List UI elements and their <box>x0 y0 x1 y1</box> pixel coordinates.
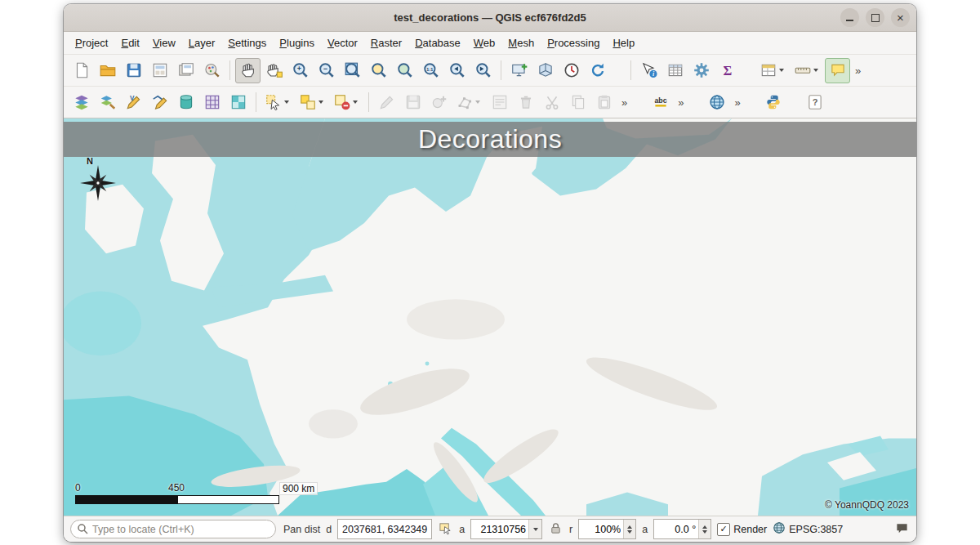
map-canvas[interactable]: Decorations N 0 450 900 km <box>64 118 916 516</box>
menu-edit[interactable]: Edit <box>114 34 145 52</box>
rotation-input[interactable] <box>654 521 698 537</box>
scale-input[interactable] <box>471 521 528 537</box>
open-attribute-table-icon <box>760 61 777 79</box>
titlebar[interactable]: test_decorations — QGIS ecf676fd2d5 <box>64 4 916 32</box>
crs-label: EPSG:3857 <box>789 524 843 535</box>
metasearch-catalog-button[interactable] <box>704 90 729 115</box>
chevron-down-icon[interactable] <box>528 520 541 538</box>
python-console-button[interactable] <box>761 90 786 115</box>
menu-help[interactable]: Help <box>606 34 641 52</box>
toolbar-overflow-chevron[interactable]: » <box>674 96 688 109</box>
extents-toggle-button[interactable] <box>438 520 453 538</box>
open-attribute-table-button[interactable] <box>756 58 790 83</box>
save-project-button[interactable] <box>121 58 146 83</box>
scale-combo[interactable] <box>470 519 542 539</box>
layer-styling-button[interactable] <box>95 90 120 115</box>
pan-map-button[interactable] <box>235 58 261 83</box>
chevron-down-icon[interactable] <box>353 101 358 104</box>
menu-settings[interactable]: Settings <box>221 34 273 52</box>
new-shapefile-layer-button[interactable] <box>147 90 172 115</box>
zoom-in-button[interactable]: + <box>287 58 313 83</box>
svg-text:+: + <box>296 65 301 73</box>
map-tips-button[interactable] <box>825 58 850 83</box>
select-features-icon <box>265 93 283 111</box>
menu-plugins[interactable]: Plugins <box>273 34 321 52</box>
new-map-view-button[interactable] <box>506 58 532 83</box>
magnifier-spin[interactable] <box>578 519 636 539</box>
zoom-last-button[interactable] <box>444 58 470 83</box>
select-features-by-value-icon <box>299 93 317 111</box>
render-toggle[interactable]: ✓ Render <box>717 523 767 536</box>
toolbar-overflow-chevron[interactable]: » <box>617 96 631 109</box>
identify-features-button[interactable]: i <box>636 58 662 83</box>
menubar: ProjectEditViewLayerSettingsPluginsVecto… <box>64 32 916 54</box>
chevron-down-icon[interactable] <box>475 101 480 104</box>
deselect-features-button[interactable] <box>330 90 363 115</box>
menu-view[interactable]: View <box>146 34 182 52</box>
chevron-down-icon[interactable] <box>813 69 818 72</box>
menu-layer[interactable]: Layer <box>182 34 222 52</box>
menu-raster[interactable]: Raster <box>364 34 408 52</box>
refresh-map-button[interactable] <box>585 58 610 83</box>
zoom-out-button[interactable]: − <box>314 58 339 83</box>
rotation-spin[interactable] <box>653 519 711 539</box>
add-feature-button <box>426 90 452 115</box>
add-feature-icon <box>430 93 448 111</box>
style-manager-button[interactable] <box>199 58 225 83</box>
spinner-arrows-icon[interactable] <box>698 520 710 538</box>
menu-vector[interactable]: Vector <box>321 34 364 52</box>
title-decoration: Decorations <box>64 122 916 157</box>
toolbar-separator <box>256 92 256 112</box>
pan-to-selection-button[interactable] <box>261 58 287 83</box>
coordinate-input[interactable] <box>337 519 432 539</box>
select-features-button[interactable] <box>261 90 295 115</box>
zoom-next-button[interactable] <box>470 58 496 83</box>
lock-scale-button[interactable] <box>548 520 564 538</box>
toolbar-overflow-chevron[interactable]: » <box>851 65 865 77</box>
menu-mesh[interactable]: Mesh <box>501 34 541 52</box>
new-virtual-layer-button[interactable] <box>199 90 225 115</box>
show-layout-manager-button[interactable] <box>173 58 198 83</box>
select-features-by-value-button[interactable] <box>296 90 329 115</box>
new-3d-map-view-button[interactable] <box>532 58 558 83</box>
zoom-full-extent-button[interactable] <box>340 58 365 83</box>
layer-labeling-options-button[interactable]: abc <box>648 90 673 115</box>
data-source-manager-button[interactable] <box>69 90 94 115</box>
temporal-controller-button[interactable] <box>559 58 584 83</box>
measure-button[interactable] <box>791 58 824 83</box>
spinner-arrows-icon[interactable] <box>623 520 635 538</box>
checkbox-checked-icon[interactable]: ✓ <box>717 523 730 536</box>
locate-input[interactable] <box>70 520 276 538</box>
magnifier-input[interactable] <box>579 521 623 537</box>
modify-attributes-icon <box>491 93 509 111</box>
new-mesh-layer-icon <box>229 93 247 111</box>
new-print-layout-button[interactable] <box>147 58 172 83</box>
new-geopackage-layer-button[interactable] <box>173 90 198 115</box>
messages-button[interactable] <box>894 520 910 538</box>
new-project-button[interactable] <box>69 58 94 83</box>
zoom-native-resolution-button[interactable]: 1:1 <box>418 58 443 83</box>
close-button[interactable] <box>891 8 910 27</box>
maximize-button[interactable] <box>866 8 884 27</box>
locate-box[interactable] <box>70 520 276 538</box>
help-contents-button[interactable]: ? <box>803 90 828 115</box>
zoom-to-selection-icon <box>370 61 388 79</box>
new-mesh-layer-button[interactable] <box>225 90 251 115</box>
chevron-down-icon[interactable] <box>779 69 784 72</box>
chevron-down-icon[interactable] <box>318 101 323 104</box>
field-calculator-button[interactable] <box>662 58 688 83</box>
chevron-down-icon[interactable] <box>284 101 289 104</box>
menu-processing[interactable]: Processing <box>541 34 606 52</box>
minimize-button[interactable] <box>840 8 859 27</box>
menu-web[interactable]: Web <box>467 34 502 52</box>
toolbar-overflow-chevron[interactable]: » <box>730 96 744 109</box>
open-project-button[interactable] <box>95 58 120 83</box>
zoom-to-layer-button[interactable] <box>392 58 417 83</box>
processing-toolbox-button[interactable] <box>688 58 714 83</box>
menu-project[interactable]: Project <box>69 34 114 52</box>
menu-database[interactable]: Database <box>408 34 467 52</box>
zoom-to-selection-button[interactable] <box>366 58 391 83</box>
crs-button[interactable]: EPSG:3857 <box>773 521 843 537</box>
new-vector-layer-button[interactable]: V <box>121 90 146 115</box>
statistical-summary-button[interactable]: Σ <box>715 58 740 83</box>
